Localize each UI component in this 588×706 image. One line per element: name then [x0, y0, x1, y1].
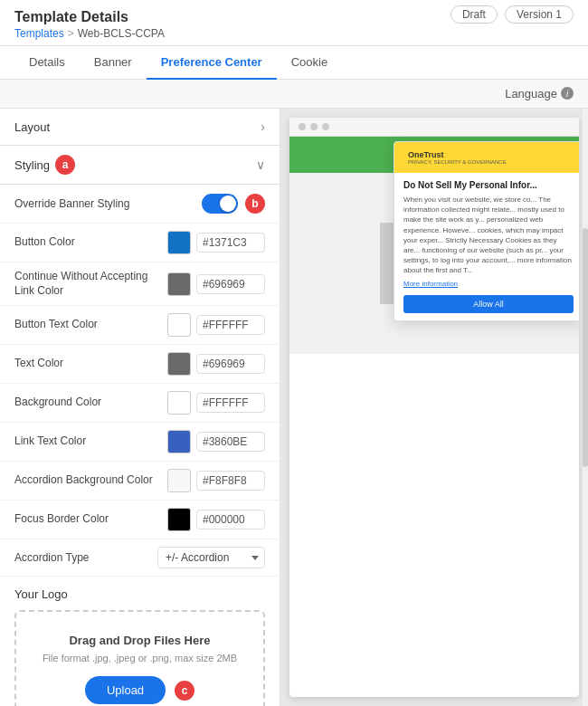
more-info-link[interactable]: More information: [403, 280, 574, 288]
tab-banner[interactable]: Banner: [80, 46, 147, 80]
tab-details[interactable]: Details: [14, 46, 80, 80]
drop-zone[interactable]: Drag and Drop Files Here File format .jp…: [14, 610, 265, 706]
language-info-icon[interactable]: i: [561, 87, 574, 100]
accordion-bg-color-swatch[interactable]: [167, 469, 191, 492]
styling-label: Styling: [14, 158, 50, 172]
layout-section-header[interactable]: Layout ›: [0, 109, 280, 146]
styling-chevron-icon: ∨: [256, 157, 265, 172]
allow-all-button[interactable]: Allow All: [403, 295, 574, 313]
override-banner-row: Override Banner Styling b: [0, 185, 280, 224]
link-text-color-swatch[interactable]: [167, 430, 191, 453]
badge-a: a: [55, 155, 75, 175]
text-color-row: Text Color #696969: [0, 345, 280, 384]
browser-dot-2: [310, 123, 318, 130]
link-text-color-input[interactable]: #3860BE: [167, 430, 265, 453]
onetrust-header: OneTrust PRIVACY, SECURITY & GOVERNANCE: [394, 142, 579, 173]
bg-color-swatch[interactable]: [167, 391, 191, 415]
onetrust-overlay: OneTrust PRIVACY, SECURITY & GOVERNANCE …: [394, 141, 579, 321]
tab-bar: Details Banner Preference Center Cookie: [0, 46, 588, 80]
scrollbar-track: [583, 109, 588, 706]
scrollbar-thumb[interactable]: [583, 228, 588, 467]
breadcrumb-sep: >: [68, 27, 74, 40]
breadcrumb-current: Web-BCLS-CCPA: [78, 27, 165, 40]
right-panel: OneTrust PRIVACY, SECURITY & GOVERNANCE …: [280, 109, 588, 706]
button-color-input[interactable]: #1371C3: [167, 231, 265, 254]
link-text-color-label: Link Text Color: [14, 434, 158, 449]
site-body: OneTrust PRIVACY, SECURITY & GOVERNANCE …: [289, 173, 579, 354]
page-title: Template Details: [14, 9, 165, 25]
version-badge: Version 1: [505, 5, 574, 24]
bg-color-row: Background Color #FFFFFF: [0, 384, 280, 423]
preview-browser: OneTrust PRIVACY, SECURITY & GOVERNANCE …: [289, 118, 579, 697]
browser-bar: [289, 118, 579, 137]
focus-border-color-row: Focus Border Color #000000: [0, 501, 280, 539]
upload-button[interactable]: Upload: [85, 676, 166, 704]
header-badges: Draft Version 1: [450, 5, 574, 24]
continue-color-value: #696969: [196, 274, 265, 294]
drop-zone-sub: File format .jpg, .jpeg or .png, max siz…: [31, 653, 249, 663]
bg-color-input[interactable]: #FFFFFF: [167, 391, 265, 415]
continue-color-label: Continue Without Accepting Link Color: [14, 270, 158, 298]
link-text-color-value: #3860BE: [196, 432, 265, 452]
tab-preference[interactable]: Preference Center: [147, 46, 277, 80]
accordion-bg-color-input[interactable]: #F8F8F8: [167, 469, 265, 492]
override-banner-toggle[interactable]: [202, 194, 238, 214]
preview-container: OneTrust PRIVACY, SECURITY & GOVERNANCE …: [280, 109, 588, 706]
page-header: Template Details Templates > Web-BCLS-CC…: [0, 0, 588, 46]
onetrust-popup-title: Do Not Sell My Personal Infor...: [403, 180, 574, 190]
logo-title: Your Logo: [14, 587, 265, 601]
badge-c: c: [175, 681, 194, 701]
onetrust-popup-text: When you visit our website, we store co.…: [403, 195, 574, 276]
onetrust-body: Do Not Sell My Personal Infor... When yo…: [394, 173, 579, 320]
focus-border-color-label: Focus Border Color: [14, 512, 158, 527]
button-color-value: #1371C3: [196, 233, 265, 253]
browser-content: OneTrust PRIVACY, SECURITY & GOVERNANCE …: [289, 137, 579, 354]
bg-color-label: Background Color: [14, 396, 158, 410]
drop-zone-title: Drag and Drop Files Here: [31, 634, 249, 647]
link-text-color-row: Link Text Color #3860BE: [0, 423, 280, 462]
draft-badge: Draft: [450, 5, 498, 24]
button-color-row: Button Color #1371C3: [0, 224, 280, 262]
layout-chevron-icon: ›: [261, 119, 265, 134]
button-text-color-swatch[interactable]: [167, 313, 191, 337]
continue-color-swatch[interactable]: [167, 272, 191, 296]
browser-dot-3: [322, 123, 329, 130]
accordion-type-select[interactable]: +/- Accordion Arrow Accordion None: [157, 547, 265, 568]
text-color-label: Text Color: [14, 357, 158, 371]
onetrust-tagline: PRIVACY, SECURITY & GOVERNANCE: [408, 159, 507, 165]
left-panel: Layout › Styling a ∨ Override Banner Sty…: [0, 109, 280, 706]
main-content: Layout › Styling a ∨ Override Banner Sty…: [0, 109, 588, 706]
override-banner-label: Override Banner Styling: [14, 197, 193, 210]
toggle-wrap: b: [202, 194, 265, 214]
language-label: Language: [505, 87, 557, 100]
layout-label: Layout: [14, 120, 50, 134]
button-text-color-input[interactable]: #FFFFFF: [167, 313, 265, 337]
button-color-label: Button Color: [14, 235, 158, 250]
focus-border-color-input[interactable]: #000000: [167, 508, 265, 531]
focus-border-color-value: #000000: [196, 510, 265, 530]
onetrust-logo-text: OneTrust: [408, 150, 507, 159]
continue-color-input[interactable]: #696969: [167, 272, 265, 296]
browser-dot-1: [299, 123, 306, 130]
text-color-value: #696969: [196, 354, 265, 374]
accordion-bg-color-label: Accordion Background Color: [14, 473, 158, 488]
button-color-swatch[interactable]: [167, 231, 191, 254]
accordion-type-label: Accordion Type: [14, 551, 148, 564]
button-text-color-value: #FFFFFF: [196, 315, 265, 335]
styling-section-header[interactable]: Styling a ∨: [0, 146, 280, 185]
button-text-color-row: Button Text Color #FFFFFF: [0, 306, 280, 345]
tab-cookie[interactable]: Cookie: [277, 46, 342, 80]
continue-color-row: Continue Without Accepting Link Color #6…: [0, 262, 280, 306]
button-text-color-label: Button Text Color: [14, 318, 158, 332]
breadcrumb-link[interactable]: Templates: [14, 27, 64, 40]
text-color-swatch[interactable]: [167, 352, 191, 376]
accordion-bg-color-row: Accordion Background Color #F8F8F8: [0, 462, 280, 501]
badge-b: b: [245, 194, 265, 214]
breadcrumb: Templates > Web-BCLS-CCPA: [14, 27, 165, 40]
bg-color-value: #FFFFFF: [196, 393, 265, 413]
logo-section: Your Logo Drag and Drop Files Here File …: [0, 577, 280, 706]
focus-border-color-swatch[interactable]: [167, 508, 191, 531]
text-color-input[interactable]: #696969: [167, 352, 265, 376]
upload-row: Upload c: [31, 676, 249, 704]
language-bar: Language i: [0, 80, 588, 109]
